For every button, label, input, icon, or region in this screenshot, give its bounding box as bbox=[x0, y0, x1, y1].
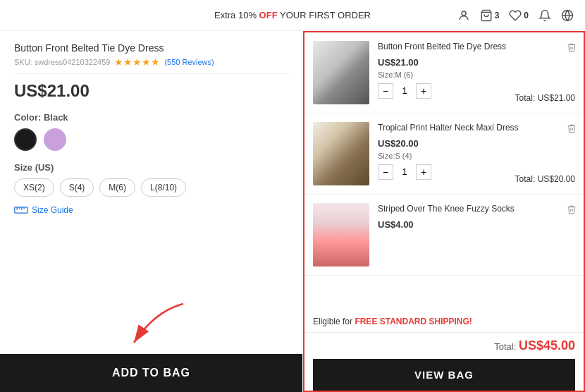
cart-item-name: Striped Over The Knee Fuzzy Socks bbox=[378, 203, 575, 215]
size-label: Size (US) bbox=[14, 162, 288, 173]
cart-item-price: US$21.00 bbox=[378, 57, 575, 68]
add-to-bag-button[interactable]: ADD TO BAG bbox=[0, 354, 302, 392]
product-stars: ★★★★★ bbox=[114, 56, 160, 68]
size-options: XS(2) S(4) M(6) L(8/10) bbox=[14, 178, 288, 197]
globe-icon[interactable] bbox=[561, 9, 574, 22]
qty-increase[interactable]: + bbox=[416, 83, 431, 99]
main-layout: Button Front Belted Tie Dye Dress SKU: s… bbox=[0, 31, 585, 392]
cart-item: Striped Over The Knee Fuzzy Socks US$4.0… bbox=[304, 195, 584, 276]
delete-item-button[interactable] bbox=[567, 42, 577, 54]
svg-point-0 bbox=[462, 11, 466, 16]
header: Extra 10% OFF YOUR FIRST ORDER 3 0 bbox=[0, 0, 585, 31]
color-purple[interactable] bbox=[44, 128, 66, 151]
cart-item-total: Total: US$21.00 bbox=[515, 93, 575, 103]
size-guide-label: Size Guide bbox=[32, 205, 73, 215]
qty-value: 1 bbox=[399, 85, 410, 96]
heart-icon[interactable]: 0 bbox=[509, 9, 529, 22]
cart-item: Button Front Belted Tie Dye Dress US$21.… bbox=[304, 32, 584, 114]
trash-icon bbox=[567, 42, 577, 52]
qty-decrease[interactable]: − bbox=[378, 83, 393, 99]
qty-value: 1 bbox=[399, 166, 410, 177]
trash-icon bbox=[567, 204, 577, 214]
bell-icon[interactable] bbox=[538, 9, 551, 22]
cart-item-details: Striped Over The Knee Fuzzy Socks US$4.0… bbox=[378, 203, 575, 267]
size-l[interactable]: L(8/10) bbox=[141, 178, 186, 197]
cart-item-price: US$20.00 bbox=[378, 138, 575, 149]
cart-item-name: Button Front Belted Tie Dye Dress bbox=[378, 41, 575, 53]
delete-item-button[interactable] bbox=[567, 204, 577, 216]
header-icons: 3 0 bbox=[457, 9, 574, 22]
product-sku: SKU: swdress04210322459 ★★★★★ (550 Revie… bbox=[14, 56, 288, 68]
product-title: Button Front Belted Tie Dye Dress bbox=[14, 42, 288, 54]
shipping-highlight: FREE STANDARD SHIPPING! bbox=[355, 317, 472, 326]
cart-item: Tropical Print Halter Neck Maxi Dress US… bbox=[304, 114, 584, 195]
user-icon[interactable] bbox=[457, 9, 470, 22]
promo-off: OFF bbox=[259, 10, 278, 20]
size-m[interactable]: M(6) bbox=[99, 178, 135, 197]
shipping-text: Eligible for bbox=[313, 317, 355, 326]
promo-prefix: Extra 10% bbox=[214, 10, 259, 20]
cart-item-image bbox=[313, 203, 369, 267]
cart-shipping-notice: Eligible for FREE STANDARD SHIPPING! bbox=[304, 311, 584, 333]
cart-item-image bbox=[313, 41, 369, 104]
ruler-icon bbox=[14, 206, 28, 214]
cart-items-list: Button Front Belted Tie Dye Dress US$21.… bbox=[304, 32, 584, 311]
header-promo: Extra 10% OFF YOUR FIRST ORDER bbox=[214, 10, 371, 20]
cart-item-name: Tropical Print Halter Neck Maxi Dress bbox=[378, 122, 575, 134]
cart-footer: Total: US$45.00 VIEW BAG bbox=[304, 333, 584, 391]
color-black[interactable] bbox=[14, 128, 37, 151]
heart-count: 0 bbox=[524, 11, 529, 20]
promo-suffix: YOUR FIRST ORDER bbox=[278, 10, 371, 20]
qty-decrease[interactable]: − bbox=[378, 164, 393, 180]
cart-item-size: Size:M (6) bbox=[378, 71, 575, 79]
product-price: US$21.00 bbox=[14, 73, 288, 101]
sku-text: SKU: swdress04210322459 bbox=[14, 58, 110, 66]
cart-item-price: US$4.00 bbox=[378, 219, 575, 230]
size-s[interactable]: S(4) bbox=[60, 178, 94, 197]
total-label: Total: bbox=[494, 341, 516, 352]
cart-item-total: Total: US$20.00 bbox=[515, 174, 575, 184]
trash-icon bbox=[567, 123, 577, 133]
cart-panel: Button Front Belted Tie Dye Dress US$21.… bbox=[303, 31, 585, 392]
color-options bbox=[14, 128, 288, 151]
size-xs[interactable]: XS(2) bbox=[14, 178, 54, 197]
product-panel: Button Front Belted Tie Dye Dress SKU: s… bbox=[0, 31, 303, 392]
cart-item-size: Size:S (4) bbox=[378, 152, 575, 160]
bag-icon[interactable]: 3 bbox=[480, 9, 500, 22]
view-bag-button[interactable]: VIEW BAG bbox=[313, 359, 575, 391]
qty-increase[interactable]: + bbox=[416, 164, 431, 180]
cart-total-row: Total: US$45.00 bbox=[313, 338, 575, 353]
arrow-indicator bbox=[113, 297, 197, 353]
product-reviews[interactable]: (550 Reviews) bbox=[164, 58, 214, 66]
cart-total-value: US$45.00 bbox=[519, 338, 575, 353]
cart-item-image bbox=[313, 122, 369, 185]
size-guide[interactable]: Size Guide bbox=[14, 205, 288, 215]
bag-count: 3 bbox=[495, 11, 500, 20]
delete-item-button[interactable] bbox=[567, 123, 577, 135]
color-label: Color: Black bbox=[14, 112, 288, 123]
